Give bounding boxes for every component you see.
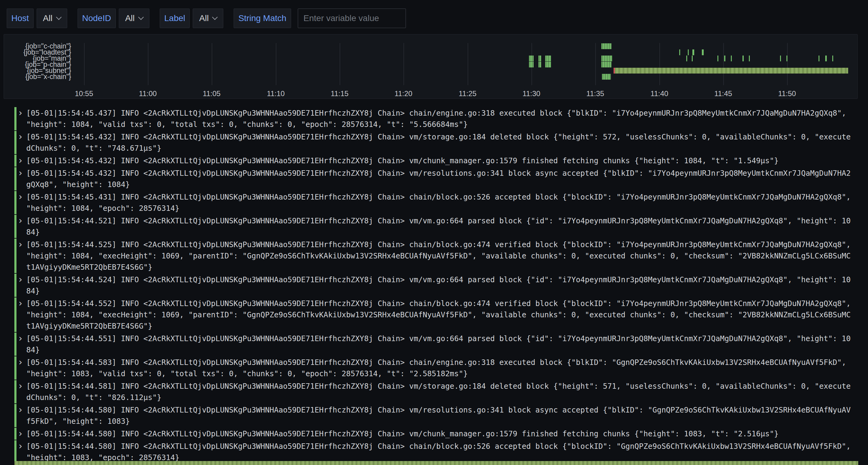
timeline-mark-cluster <box>601 43 612 49</box>
log-level-bar <box>14 428 17 440</box>
log-level-bar <box>14 356 17 379</box>
log-row[interactable]: ›[05-01|15:54:44.583] INFO <2AcRkXTLLtQj… <box>14 356 857 380</box>
timeline-mark-cluster <box>545 56 551 61</box>
x-gridline <box>723 43 724 85</box>
chevron-right-icon[interactable]: › <box>19 274 22 285</box>
log-level-bar <box>14 404 17 427</box>
chevron-right-icon[interactable]: › <box>19 357 22 367</box>
variable-label: String Match <box>234 8 291 28</box>
log-line-text: [05-01|15:54:45.431] INFO <2AcRkXTLLtQjv… <box>26 191 851 214</box>
chevron-right-icon[interactable]: › <box>19 215 22 226</box>
log-row[interactable]: ›[05-01|15:54:45.437] INFO <2AcRkXTLLtQj… <box>14 107 857 131</box>
log-row[interactable]: ›[05-01|15:54:45.432] INFO <2AcRkXTLLtQj… <box>14 167 857 191</box>
log-line-text: [05-01|15:54:44.521] INFO <2AcRkXTLLtQjv… <box>26 215 851 238</box>
variable-value-dropdown[interactable]: All <box>119 8 149 28</box>
timeline-mark-cluster <box>602 74 611 80</box>
log-row[interactable]: ›[05-01|15:54:44.580] INFO <2AcRkXTLLtQj… <box>14 404 857 428</box>
log-list: ›[05-01|15:54:45.437] INFO <2AcRkXTLLtQj… <box>14 107 857 464</box>
log-volume-timeline-panel: {job="c-chain"}{job="loadtest"}{job="mai… <box>4 34 858 99</box>
log-row[interactable]: ›[05-01|15:54:44.580] INFO <2AcRkXTLLtQj… <box>14 428 857 440</box>
x-axis-tick-label: 11:10 <box>262 90 289 98</box>
log-row[interactable]: ›[05-01|15:54:44.581] INFO <2AcRkXTLLtQj… <box>14 380 857 404</box>
log-row[interactable]: ›[05-01|15:54:45.432] INFO <2AcRkXTLLtQj… <box>14 131 857 155</box>
timeline-mark-tick <box>832 56 833 61</box>
log-line-text: [05-01|15:54:44.524] INFO <2AcRkXTLLtQjv… <box>26 274 851 297</box>
log-level-bar <box>14 107 17 130</box>
timeline-mark-tick <box>786 56 787 61</box>
variable-selected-value: All <box>43 13 53 23</box>
log-line-text: [05-01|15:54:44.580] INFO <2AcRkXTLLtQjv… <box>26 404 851 427</box>
log-row[interactable]: ›[05-01|15:54:45.432] INFO <2AcRkXTLLtQj… <box>14 155 857 167</box>
string-match-input[interactable] <box>298 8 406 28</box>
log-level-bar <box>14 239 17 273</box>
caret-down-icon <box>56 14 61 20</box>
log-row[interactable]: ›[05-01|15:54:44.525] INFO <2AcRkXTLLtQj… <box>14 238 857 273</box>
x-gridline <box>148 43 149 85</box>
log-row[interactable]: ›[05-01|15:54:44.551] INFO <2AcRkXTLLtQj… <box>14 332 857 356</box>
chevron-right-icon[interactable]: › <box>19 192 22 202</box>
variable-value-dropdown[interactable]: All <box>37 8 67 28</box>
chevron-right-icon[interactable]: › <box>19 381 22 391</box>
log-line-text: [05-01|15:54:44.580] INFO <2AcRkXTLLtQjv… <box>26 428 851 439</box>
log-row[interactable]: ›[05-01|15:54:44.580] INFO <2AcRkXTLLtQj… <box>14 440 857 464</box>
x-gridline <box>340 43 340 85</box>
variable-value-dropdown[interactable]: All <box>193 8 223 28</box>
caret-down-icon <box>212 14 218 20</box>
x-gridline <box>468 43 468 85</box>
variable-group-string-match: String Match <box>234 8 406 28</box>
chevron-right-icon[interactable]: › <box>19 405 22 415</box>
chevron-right-icon[interactable]: › <box>19 333 22 343</box>
x-axis-tick-label: 11:05 <box>198 90 225 98</box>
log-level-bar <box>14 333 17 356</box>
x-axis-tick-label: 11:30 <box>518 90 545 98</box>
timeline-mark-tick <box>780 56 781 61</box>
x-gridline <box>403 43 404 85</box>
x-axis-tick-label: 11:40 <box>646 90 673 98</box>
timeline-mark-tick <box>692 56 693 61</box>
variable-group-nodeid: NodeIDAll <box>78 8 149 28</box>
timeline-mark-cluster <box>545 62 551 67</box>
variable-label: Label <box>160 8 190 28</box>
chevron-right-icon[interactable]: › <box>19 168 22 178</box>
log-row[interactable]: ›[05-01|15:54:44.524] INFO <2AcRkXTLLtQj… <box>14 273 857 297</box>
log-line-text: [05-01|15:54:45.432] INFO <2AcRkXTLLtQjv… <box>26 131 851 154</box>
chevron-right-icon[interactable]: › <box>19 298 22 308</box>
log-line-text: [05-01|15:54:45.437] INFO <2AcRkXTLLtQjv… <box>26 107 851 130</box>
log-row[interactable]: ›[05-01|15:54:44.552] INFO <2AcRkXTLLtQj… <box>14 297 857 332</box>
log-row[interactable]: ›[05-01|15:54:45.431] INFO <2AcRkXTLLtQj… <box>14 191 857 214</box>
timeline-mark-tick <box>688 49 689 55</box>
x-axis-tick-label: 11:35 <box>582 90 609 98</box>
chevron-right-icon[interactable]: › <box>19 441 22 451</box>
timeline-mark-tick <box>724 56 725 61</box>
x-axis-tick-label: 11:15 <box>326 90 353 98</box>
timeline-mark-tick <box>742 56 744 61</box>
timeline-series-label: {job="x-chain"} <box>4 73 71 80</box>
log-level-bar <box>14 131 17 154</box>
x-gridline <box>212 43 212 85</box>
x-gridline <box>276 43 276 85</box>
timeline-mark-tick <box>749 56 750 61</box>
caret-down-icon <box>138 14 144 20</box>
chevron-right-icon[interactable]: › <box>19 428 22 439</box>
chevron-right-icon[interactable]: › <box>19 108 22 118</box>
timeline-mark-cluster <box>538 56 541 61</box>
x-gridline <box>595 43 596 85</box>
log-row[interactable]: ›[05-01|15:54:44.521] INFO <2AcRkXTLLtQj… <box>14 214 857 238</box>
variable-group-label: LabelAll <box>160 8 223 28</box>
timeline-plot-area[interactable]: 10:5511:0011:0511:1011:1511:2011:2511:30… <box>75 43 856 85</box>
log-level-bar <box>14 191 17 214</box>
chevron-right-icon[interactable]: › <box>19 155 22 166</box>
timeline-mark-tick <box>679 49 680 55</box>
chevron-right-icon[interactable]: › <box>19 132 22 142</box>
x-gridline <box>84 43 85 85</box>
timeline-mark-tick <box>731 56 732 61</box>
chevron-right-icon[interactable]: › <box>19 239 22 250</box>
log-line-text: [05-01|15:54:44.552] INFO <2AcRkXTLLtQjv… <box>26 298 851 332</box>
timeline-mark-tick <box>702 49 704 55</box>
x-gridline <box>787 43 788 85</box>
timeline-mark-bar <box>615 68 848 73</box>
log-level-bar <box>14 440 17 463</box>
variable-label: Host <box>7 8 34 28</box>
log-line-text: [05-01|15:54:45.432] INFO <2AcRkXTLLtQjv… <box>26 167 851 190</box>
log-line-text: [05-01|15:54:44.580] INFO <2AcRkXTLLtQjv… <box>26 441 851 463</box>
